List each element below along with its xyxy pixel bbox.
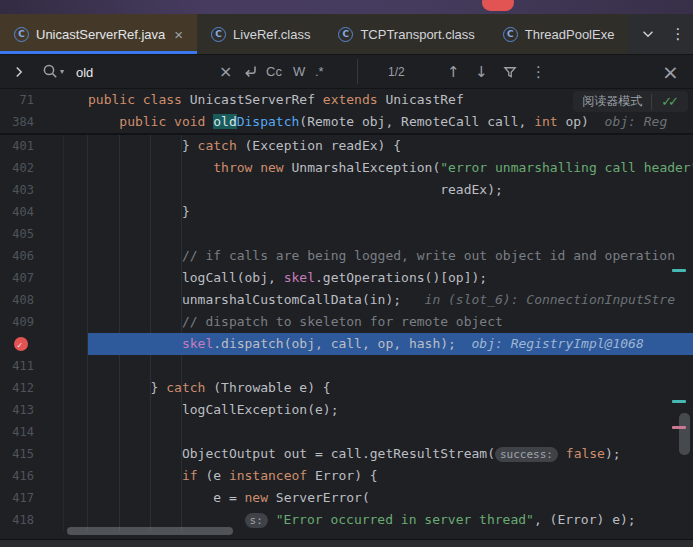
clear-search-icon[interactable]: ×: [219, 55, 232, 88]
code-text[interactable]: // dispatch to skeleton for remote objec…: [88, 311, 693, 333]
code-text[interactable]: }: [88, 201, 693, 223]
code-text[interactable]: [88, 223, 693, 245]
code-text[interactable]: logCall(obj, skel.getOperations()[op]);: [88, 267, 693, 289]
code-line[interactable]: 401 } catch (Exception readEx) {: [0, 135, 693, 157]
gutter[interactable]: 404: [0, 201, 88, 223]
words-toggle[interactable]: W: [293, 55, 305, 88]
gutter[interactable]: 405: [0, 223, 88, 245]
line-number[interactable]: 412: [0, 377, 34, 399]
error-stripe-mark[interactable]: [672, 269, 686, 272]
gutter[interactable]: [0, 333, 88, 355]
gutter[interactable]: 409: [0, 311, 88, 333]
line-number[interactable]: 402: [0, 157, 34, 179]
line-number[interactable]: 415: [0, 443, 34, 465]
line-number[interactable]: 384: [0, 111, 34, 133]
code-text[interactable]: } catch (Throwable e) {: [88, 377, 693, 399]
code-line[interactable]: 408 unmarshalCustomCallData(in); in (slo…: [0, 289, 693, 311]
tab-threadpoolexe[interactable]: CThreadPoolExe: [489, 14, 629, 54]
code-line[interactable]: 415 ObjectOutput out = call.getResultStr…: [0, 443, 693, 465]
gutter[interactable]: 413: [0, 399, 88, 421]
code-line[interactable]: 411: [0, 355, 693, 377]
more-options-kebab-icon[interactable]: ⋮: [531, 55, 546, 88]
line-number[interactable]: 403: [0, 179, 34, 201]
tab-unicastserverref-java[interactable]: CUnicastServerRef.java×: [0, 14, 197, 54]
previous-occurrence-icon[interactable]: ↑: [447, 55, 460, 88]
vertical-scrollbar-thumb[interactable]: [679, 413, 690, 455]
code-line[interactable]: 412 } catch (Throwable e) {: [0, 377, 693, 399]
code-text[interactable]: e = new ServerError(: [88, 487, 693, 509]
line-number[interactable]: 411: [0, 355, 34, 377]
line-number[interactable]: 418: [0, 509, 34, 531]
filter-icon[interactable]: [502, 55, 518, 88]
code-text[interactable]: } catch (Exception readEx) {: [88, 135, 693, 157]
line-number[interactable]: 406: [0, 245, 34, 267]
tab-options-kebab-icon[interactable]: ⋮: [670, 25, 685, 43]
breakpoint-icon[interactable]: [14, 337, 28, 351]
gutter[interactable]: 384: [0, 111, 88, 133]
gutter[interactable]: 406: [0, 245, 88, 267]
inspections-ok-icon[interactable]: ✓✓: [661, 94, 679, 109]
code-text[interactable]: unmarshalCustomCallData(in); in (slot_6)…: [88, 289, 693, 311]
code-text[interactable]: readEx);: [88, 179, 693, 201]
code-line[interactable]: 384 public void oldDispatch(Remote obj, …: [0, 111, 693, 133]
code-line[interactable]: 403 readEx);: [0, 179, 693, 201]
code-line-current[interactable]: skel.dispatch(obj, call, op, hash); obj:…: [0, 333, 693, 355]
chevron-down-icon[interactable]: [640, 26, 656, 42]
search-input[interactable]: [74, 60, 218, 85]
tab-tcptransport-class[interactable]: CTCPTransport.class: [324, 14, 488, 54]
line-number[interactable]: 417: [0, 487, 34, 509]
match-case-toggle[interactable]: Cc: [266, 55, 282, 88]
newline-icon[interactable]: [242, 55, 259, 88]
gutter[interactable]: 71: [0, 89, 88, 111]
code-line[interactable]: 405: [0, 223, 693, 245]
code-text[interactable]: [88, 421, 693, 443]
code-line[interactable]: 416 if (e instanceof Error) {: [0, 465, 693, 487]
expand-replace-chevron-icon[interactable]: [11, 55, 27, 88]
code-line[interactable]: 404 }: [0, 201, 693, 223]
code-text[interactable]: public void oldDispatch(Remote obj, Remo…: [88, 111, 693, 133]
gutter[interactable]: 412: [0, 377, 88, 399]
gutter[interactable]: 414: [0, 421, 88, 443]
tab-liveref-class[interactable]: CLiveRef.class: [197, 14, 324, 54]
line-number[interactable]: 407: [0, 267, 34, 289]
code-line[interactable]: 407 logCall(obj, skel.getOperations()[op…: [0, 267, 693, 289]
gutter[interactable]: 401: [0, 135, 88, 157]
line-number[interactable]: 416: [0, 465, 34, 487]
line-number[interactable]: 413: [0, 399, 34, 421]
code-line[interactable]: 406 // if calls are being logged, write …: [0, 245, 693, 267]
code-line[interactable]: 402 throw new UnmarshalException("error …: [0, 157, 693, 179]
gutter[interactable]: 417: [0, 487, 88, 509]
gutter[interactable]: 415: [0, 443, 88, 465]
line-number[interactable]: 408: [0, 289, 34, 311]
code-text[interactable]: skel.dispatch(obj, call, op, hash); obj:…: [88, 333, 693, 355]
code-line[interactable]: 417 e = new ServerError(: [0, 487, 693, 509]
code-text[interactable]: [88, 355, 693, 377]
code-text[interactable]: throw new UnmarshalException("error unma…: [88, 157, 693, 179]
gutter[interactable]: 403: [0, 179, 88, 201]
tab-close-icon[interactable]: ×: [174, 27, 183, 42]
gutter[interactable]: 408: [0, 289, 88, 311]
error-stripe-mark[interactable]: [672, 426, 686, 429]
code-text[interactable]: ObjectOutput out = call.getResultStream(…: [88, 443, 693, 465]
gutter[interactable]: 402: [0, 157, 88, 179]
search-icon[interactable]: ▾: [42, 55, 64, 88]
code-line[interactable]: 409 // dispatch to skeleton for remote o…: [0, 311, 693, 333]
code-text[interactable]: // if calls are being logged, write out …: [88, 245, 693, 267]
code-line[interactable]: 413 logCallException(e);: [0, 399, 693, 421]
code-text[interactable]: logCallException(e);: [88, 399, 693, 421]
gutter[interactable]: 407: [0, 267, 88, 289]
code-text[interactable]: if (e instanceof Error) {: [88, 465, 693, 487]
line-number[interactable]: 414: [0, 421, 34, 443]
gutter[interactable]: 411: [0, 355, 88, 377]
reader-mode-widget[interactable]: 阅读器模式 ✓✓: [573, 91, 688, 112]
line-number[interactable]: 405: [0, 223, 34, 245]
regex-toggle[interactable]: .*: [315, 55, 324, 88]
line-number[interactable]: 71: [0, 89, 34, 111]
close-find-bar-icon[interactable]: ×: [662, 55, 679, 88]
line-number[interactable]: 404: [0, 201, 34, 223]
gutter[interactable]: 416: [0, 465, 88, 487]
error-stripe-mark[interactable]: [672, 400, 686, 403]
line-number[interactable]: 409: [0, 311, 34, 333]
next-occurrence-icon[interactable]: ↓: [475, 55, 488, 88]
horizontal-scrollbar-thumb[interactable]: [67, 527, 233, 535]
